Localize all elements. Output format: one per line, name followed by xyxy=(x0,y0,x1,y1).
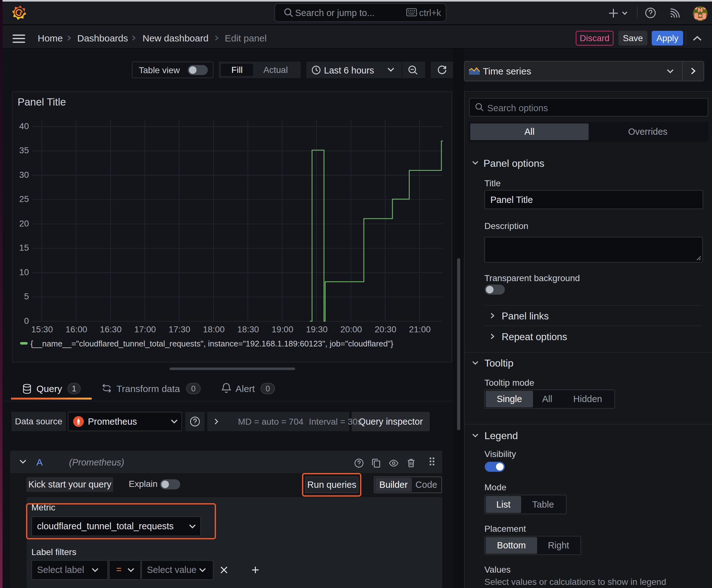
svg-text:17:00: 17:00 xyxy=(134,324,156,334)
svg-text:20: 20 xyxy=(19,218,29,228)
svg-text:30: 30 xyxy=(19,170,29,180)
svg-text:18:00: 18:00 xyxy=(203,324,224,334)
svg-text:18:30: 18:30 xyxy=(237,324,259,334)
svg-text:21:00: 21:00 xyxy=(409,324,431,334)
svg-text:0: 0 xyxy=(24,316,29,326)
svg-text:19:30: 19:30 xyxy=(306,324,328,334)
svg-text:5: 5 xyxy=(24,292,29,301)
svg-text:35: 35 xyxy=(19,145,29,155)
svg-text:16:30: 16:30 xyxy=(100,324,122,334)
svg-text:{__name__="cloudflared_tunnel_: {__name__="cloudflared_tunnel_total_requ… xyxy=(30,339,393,348)
svg-text:19:00: 19:00 xyxy=(272,324,293,334)
svg-text:40: 40 xyxy=(19,121,29,131)
svg-text:20:00: 20:00 xyxy=(340,324,362,334)
svg-text:20:30: 20:30 xyxy=(374,324,396,334)
svg-text:15:30: 15:30 xyxy=(31,324,53,334)
svg-text:16:00: 16:00 xyxy=(66,324,87,334)
svg-text:15: 15 xyxy=(19,243,29,253)
svg-text:17:30: 17:30 xyxy=(169,324,190,334)
svg-text:25: 25 xyxy=(19,194,29,204)
svg-text:10: 10 xyxy=(19,267,29,277)
